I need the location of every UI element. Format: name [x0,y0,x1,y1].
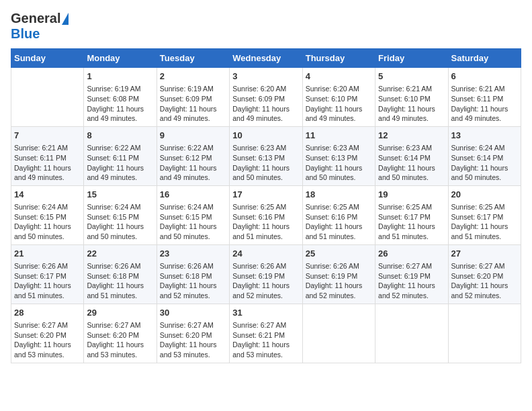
calendar-cell: 26Sunrise: 6:27 AMSunset: 6:19 PMDayligh… [375,244,448,304]
calendar-cell: 25Sunrise: 6:26 AMSunset: 6:19 PMDayligh… [302,244,375,304]
calendar-cell: 1Sunrise: 6:19 AMSunset: 6:08 PMDaylight… [84,68,157,127]
sunset-text: Sunset: 6:11 PM [87,154,139,162]
daylight-text: Daylight: 11 hours and 50 minutes. [14,222,71,240]
sunset-text: Sunset: 6:15 PM [160,213,212,221]
header-wednesday: Wednesday [230,49,302,68]
calendar-cell: 14Sunrise: 6:24 AMSunset: 6:15 PMDayligh… [11,185,84,244]
sunset-text: Sunset: 6:21 PM [232,331,285,339]
calendar-cell [448,304,521,363]
calendar-cell [302,304,375,363]
calendar-cell: 31Sunrise: 6:27 AMSunset: 6:21 PMDayligh… [230,304,302,363]
sunrise-text: Sunrise: 6:21 AM [378,85,432,93]
day-number: 2 [160,71,226,83]
header-friday: Friday [375,49,448,68]
calendar-week-row: 21Sunrise: 6:26 AMSunset: 6:17 PMDayligh… [11,244,521,304]
calendar-cell: 10Sunrise: 6:23 AMSunset: 6:13 PMDayligh… [230,126,302,185]
page-header: General Blue [11,11,521,42]
sunrise-text: Sunrise: 6:26 AM [14,262,68,270]
header-saturday: Saturday [448,49,521,68]
sunrise-text: Sunrise: 6:27 AM [232,321,286,329]
daylight-text: Daylight: 11 hours and 52 minutes. [306,281,363,300]
sunset-text: Sunset: 6:11 PM [14,154,66,162]
calendar-cell: 19Sunrise: 6:25 AMSunset: 6:17 PMDayligh… [375,185,448,244]
day-number: 30 [160,307,226,319]
sunset-text: Sunset: 6:13 PM [306,154,358,162]
day-number: 21 [14,248,81,260]
sunrise-text: Sunrise: 6:23 AM [306,144,359,152]
daylight-text: Daylight: 11 hours and 50 minutes. [306,164,363,182]
day-number: 12 [378,130,445,142]
day-number: 26 [378,248,445,260]
day-number: 7 [14,130,81,142]
day-number: 9 [160,130,226,142]
daylight-text: Daylight: 11 hours and 50 minutes. [160,222,217,240]
calendar-cell: 9Sunrise: 6:22 AMSunset: 6:12 PMDaylight… [157,126,229,185]
calendar-cell: 27Sunrise: 6:27 AMSunset: 6:20 PMDayligh… [448,244,521,304]
daylight-text: Daylight: 11 hours and 53 minutes. [14,340,71,359]
day-number: 1 [87,71,153,83]
sunset-text: Sunset: 6:19 PM [378,272,431,280]
daylight-text: Daylight: 11 hours and 49 minutes. [87,105,144,123]
day-number: 18 [306,189,372,201]
sunset-text: Sunset: 6:09 PM [160,95,212,103]
sunrise-text: Sunrise: 6:26 AM [306,262,359,270]
sunrise-text: Sunrise: 6:25 AM [232,203,286,211]
sunrise-text: Sunrise: 6:27 AM [451,262,505,270]
day-number: 23 [160,248,226,260]
daylight-text: Daylight: 11 hours and 51 minutes. [378,222,435,240]
sunset-text: Sunset: 6:20 PM [160,331,212,339]
calendar-cell [11,68,84,127]
daylight-text: Daylight: 11 hours and 50 minutes. [378,164,435,182]
sunset-text: Sunset: 6:15 PM [87,213,139,221]
sunrise-text: Sunrise: 6:25 AM [306,203,359,211]
calendar-cell: 29Sunrise: 6:27 AMSunset: 6:20 PMDayligh… [84,304,157,363]
daylight-text: Daylight: 11 hours and 51 minutes. [232,222,290,240]
sunrise-text: Sunrise: 6:19 AM [160,85,214,93]
calendar-cell: 2Sunrise: 6:19 AMSunset: 6:09 PMDaylight… [157,68,229,127]
header-monday: Monday [84,49,157,68]
sunset-text: Sunset: 6:08 PM [87,95,139,103]
day-number: 29 [87,307,153,319]
sunrise-text: Sunrise: 6:24 AM [87,203,140,211]
day-number: 31 [232,307,299,319]
day-number: 19 [378,189,445,201]
sunrise-text: Sunrise: 6:25 AM [378,203,432,211]
day-number: 16 [160,189,226,201]
sunrise-text: Sunrise: 6:20 AM [232,85,286,93]
calendar-cell: 22Sunrise: 6:26 AMSunset: 6:18 PMDayligh… [84,244,157,304]
logo-blue-text: Blue [11,26,40,41]
sunset-text: Sunset: 6:14 PM [378,154,431,162]
sunrise-text: Sunrise: 6:27 AM [14,321,68,329]
day-number: 8 [87,130,153,142]
sunset-text: Sunset: 6:20 PM [87,331,139,339]
day-number: 20 [451,189,518,201]
daylight-text: Daylight: 11 hours and 49 minutes. [160,105,217,123]
sunset-text: Sunset: 6:16 PM [306,213,358,221]
sunset-text: Sunset: 6:19 PM [306,272,358,280]
daylight-text: Daylight: 11 hours and 52 minutes. [160,281,217,300]
day-number: 13 [451,130,518,142]
calendar-cell: 5Sunrise: 6:21 AMSunset: 6:10 PMDaylight… [375,68,448,127]
day-number: 14 [14,189,81,201]
calendar-header-row: SundayMondayTuesdayWednesdayThursdayFrid… [11,49,521,68]
sunrise-text: Sunrise: 6:26 AM [87,262,140,270]
daylight-text: Daylight: 11 hours and 49 minutes. [87,164,144,182]
sunset-text: Sunset: 6:20 PM [14,331,66,339]
sunrise-text: Sunrise: 6:26 AM [232,262,286,270]
sunrise-text: Sunrise: 6:25 AM [451,203,505,211]
calendar-cell: 3Sunrise: 6:20 AMSunset: 6:09 PMDaylight… [230,68,302,127]
day-number: 27 [451,248,518,260]
daylight-text: Daylight: 11 hours and 52 minutes. [232,281,290,300]
header-tuesday: Tuesday [157,49,229,68]
calendar-cell: 4Sunrise: 6:20 AMSunset: 6:10 PMDaylight… [302,68,375,127]
calendar-cell: 30Sunrise: 6:27 AMSunset: 6:20 PMDayligh… [157,304,229,363]
sunrise-text: Sunrise: 6:23 AM [232,144,286,152]
sunrise-text: Sunrise: 6:23 AM [378,144,432,152]
sunset-text: Sunset: 6:18 PM [160,272,212,280]
calendar-cell: 15Sunrise: 6:24 AMSunset: 6:15 PMDayligh… [84,185,157,244]
daylight-text: Daylight: 11 hours and 49 minutes. [378,105,435,123]
daylight-text: Daylight: 11 hours and 52 minutes. [451,281,508,300]
sunrise-text: Sunrise: 6:19 AM [87,85,140,93]
calendar-cell: 20Sunrise: 6:25 AMSunset: 6:17 PMDayligh… [448,185,521,244]
daylight-text: Daylight: 11 hours and 49 minutes. [160,164,217,182]
